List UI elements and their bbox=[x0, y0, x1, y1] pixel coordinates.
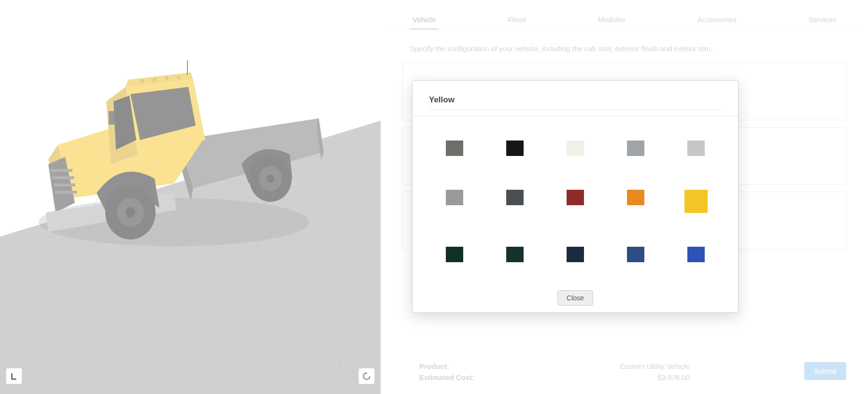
svg-marker-46 bbox=[366, 372, 367, 374]
color-swatch[interactable] bbox=[687, 141, 705, 156]
svg-point-35 bbox=[153, 78, 157, 82]
color-swatch[interactable] bbox=[684, 190, 708, 213]
svg-point-34 bbox=[141, 79, 144, 83]
svg-point-36 bbox=[165, 76, 169, 80]
tab-services[interactable]: Services bbox=[805, 14, 839, 29]
vehicle-3d-viewer[interactable] bbox=[0, 0, 381, 394]
submit-button[interactable]: Submit bbox=[804, 362, 846, 380]
config-instruction: Specify the configuration of your vehicl… bbox=[390, 30, 858, 62]
color-swatch[interactable] bbox=[567, 190, 584, 205]
svg-rect-31 bbox=[54, 183, 75, 186]
svg-rect-29 bbox=[51, 169, 72, 172]
color-swatch[interactable] bbox=[506, 141, 524, 156]
tab-fitout[interactable]: Fitout bbox=[505, 14, 529, 29]
svg-point-41 bbox=[126, 207, 135, 218]
tool-icon bbox=[10, 372, 18, 380]
cost-label: Estimated Cost: bbox=[419, 373, 474, 381]
tab-modules[interactable]: Modules bbox=[595, 14, 628, 29]
viewer-tool-button-right[interactable] bbox=[358, 368, 375, 384]
product-value: Custom Utility Vehicle bbox=[620, 362, 690, 370]
color-swatch[interactable] bbox=[687, 247, 705, 262]
config-tabs: VehicleFitoutModulesAccessoriesServices bbox=[390, 0, 858, 30]
svg-point-44 bbox=[267, 174, 274, 183]
color-swatch[interactable] bbox=[627, 190, 644, 205]
color-swatch[interactable] bbox=[506, 247, 524, 262]
svg-rect-32 bbox=[55, 191, 77, 194]
color-swatch[interactable] bbox=[446, 247, 463, 262]
svg-rect-30 bbox=[52, 176, 74, 179]
color-swatch[interactable] bbox=[567, 141, 584, 156]
config-footer: Product: Custom Utility Vehicle Estimate… bbox=[381, 352, 868, 394]
product-label: Product: bbox=[419, 362, 449, 370]
color-swatch[interactable] bbox=[567, 247, 584, 262]
close-button[interactable]: Close bbox=[557, 290, 593, 306]
color-modal-body[interactable] bbox=[413, 116, 738, 283]
color-swatch[interactable] bbox=[627, 247, 644, 262]
svg-point-37 bbox=[177, 75, 181, 79]
cost-value: $3,976.00 bbox=[657, 373, 690, 381]
tab-vehicle[interactable]: Vehicle bbox=[410, 14, 439, 29]
refresh-icon bbox=[362, 371, 371, 381]
viewer-tool-button-left[interactable] bbox=[6, 368, 22, 384]
color-swatch[interactable] bbox=[627, 141, 644, 156]
color-swatch-grid bbox=[441, 141, 709, 262]
color-swatch[interactable] bbox=[506, 190, 524, 205]
svg-rect-38 bbox=[109, 111, 114, 125]
color-swatch[interactable] bbox=[446, 141, 463, 156]
color-swatch[interactable] bbox=[446, 190, 463, 205]
color-modal-title: Yellow bbox=[429, 95, 722, 105]
tab-accessories[interactable]: Accessories bbox=[695, 14, 740, 29]
color-picker-modal: Yellow Close bbox=[412, 80, 739, 313]
